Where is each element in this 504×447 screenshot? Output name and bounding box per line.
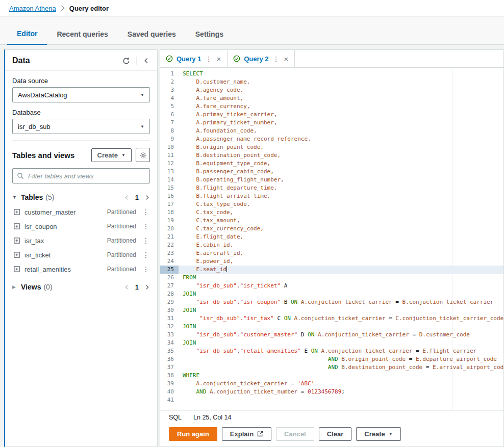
code-line[interactable]: A.foundation_code, (179, 127, 503, 135)
code-line[interactable]: A.passenger_name_record_reference, (179, 135, 503, 143)
tab-recent-queries[interactable]: Recent queries (47, 25, 117, 44)
code-line[interactable]: JOIN (179, 306, 503, 314)
pagination-prev-icon[interactable] (124, 195, 130, 200)
table-name[interactable]: isr_coupon (24, 223, 103, 230)
breadcrumb-root-link[interactable]: Amazon Athena (9, 5, 56, 12)
clear-button[interactable]: Clear (319, 427, 352, 441)
table-name[interactable]: customer_master (24, 208, 103, 216)
filter-tables-input[interactable] (12, 168, 150, 183)
run-again-button[interactable]: Run again (169, 427, 217, 441)
code-line[interactable]: D.customer_name, (179, 78, 503, 86)
chevron-down-icon: ▼ (12, 195, 21, 200)
code-line[interactable]: A.primay_ticket_carrier, (179, 111, 503, 119)
code-line[interactable]: A.agency_code, (179, 86, 503, 94)
pagination-prev-icon[interactable] (124, 284, 130, 290)
code-content[interactable]: SELECT D.customer_name, A.agency_code, A… (179, 70, 503, 404)
code-line[interactable]: B.flight_departure_time, (179, 184, 503, 192)
code-line[interactable]: E.flight_date, (179, 233, 503, 241)
code-line[interactable]: A.conjuction_ticket_carrier = 'ABC' (179, 380, 503, 388)
code-line[interactable]: E.seat_id (179, 266, 503, 274)
expand-table-icon[interactable] (14, 266, 20, 272)
code-line[interactable]: B.operating_flight_number, (179, 176, 503, 184)
pagination-current-page[interactable]: 1 (135, 283, 139, 291)
code-line[interactable]: JOIN (179, 323, 503, 331)
views-section-header[interactable]: ▶ Views (0) 1 (5, 278, 157, 295)
line-number: 11 (160, 151, 179, 160)
table-actions-menu-icon[interactable]: ⋮ (141, 265, 151, 273)
close-tab-icon[interactable]: × (216, 55, 221, 63)
line-number: 17 (160, 200, 179, 208)
table-actions-menu-icon[interactable]: ⋮ (141, 208, 151, 216)
code-line[interactable]: A.primary_ticket_number, (179, 119, 503, 127)
code-line[interactable]: C.tax_currency_code, (179, 225, 503, 233)
pagination-next-icon[interactable] (144, 284, 150, 290)
code-line[interactable]: B.equipment_type_code, (179, 160, 503, 168)
table-actions-menu-icon[interactable]: ⋮ (141, 251, 151, 259)
database-select[interactable]: isr_db_sub ▼ (12, 119, 150, 134)
expand-table-icon[interactable] (14, 209, 20, 215)
code-line[interactable]: "isr_db_sub"."isr_ticket" A (179, 282, 503, 290)
code-line[interactable]: AND B.destination_point_code = E.arrival… (179, 363, 503, 372)
code-line[interactable]: B.passenger_cabin_code, (179, 168, 503, 176)
table-actions-menu-icon[interactable]: ⋮ (141, 236, 151, 245)
code-line[interactable]: SELECT (179, 70, 503, 78)
code-line[interactable]: WHERE (179, 372, 503, 380)
code-line[interactable]: "isr_db_sub"."retail_amenities" E ON A.c… (179, 347, 503, 355)
tab-settings[interactable]: Settings (186, 25, 233, 44)
tables-section-header[interactable]: ▼ Tables (5) 1 (5, 189, 157, 205)
code-line[interactable]: JOIN (179, 290, 503, 298)
code-line[interactable]: "isr_db_sub"."isr_tax" C ON A.conjuction… (179, 314, 503, 323)
settings-gear-icon[interactable] (136, 148, 150, 162)
table-name[interactable]: isr_ticket (24, 251, 103, 259)
tab-editor[interactable]: Editor (7, 24, 47, 45)
code-line[interactable]: B.flight_arrival_time, (179, 192, 503, 200)
code-line[interactable]: "isr_db_sub"."isr_coupon" B ON A.conjuct… (179, 298, 503, 306)
pagination-current-page[interactable]: 1 (135, 194, 139, 201)
query-tab[interactable]: Query 1⋮× (160, 50, 228, 67)
code-line[interactable]: AND A.conjuction_ticket_number = 0123456… (179, 388, 503, 396)
query-tabs: Query 1⋮×Query 2⋮× (160, 50, 503, 68)
query-tab-menu-icon[interactable]: ⋮ (272, 55, 280, 63)
table-name[interactable]: isr_tax (24, 237, 103, 245)
code-line[interactable] (179, 396, 503, 404)
table-name[interactable]: retail_amenities (24, 266, 103, 273)
pagination-next-icon[interactable] (144, 195, 150, 200)
create-button-label: Create (97, 151, 118, 159)
expand-table-icon[interactable] (14, 238, 20, 244)
tab-saved-queries[interactable]: Saved queries (118, 25, 186, 44)
expand-table-icon[interactable] (14, 252, 20, 258)
code-line[interactable]: B.destination_point_code, (179, 151, 503, 160)
data-source-select[interactable]: AwsDataCatalog ▼ (12, 87, 150, 102)
data-source-value: AwsDataCatalog (18, 91, 67, 99)
code-line[interactable]: E.cabin_id, (179, 241, 503, 249)
code-line[interactable]: A.fare_amount, (179, 94, 503, 102)
code-line[interactable]: C.tax_amount, (179, 217, 503, 225)
line-number: 4 (160, 94, 179, 102)
explain-button[interactable]: Explain (222, 427, 271, 441)
code-line[interactable]: JOIN (179, 339, 503, 347)
data-panel-title: Data (12, 56, 30, 65)
refresh-icon[interactable] (122, 57, 130, 65)
code-line[interactable]: B.origin_point_code, (179, 143, 503, 151)
breadcrumb-chevron-icon (61, 5, 65, 11)
create-button[interactable]: Create ▼ (91, 148, 132, 162)
code-line[interactable]: A.fare_currency, (179, 102, 503, 111)
code-line[interactable]: AND B.origin_point_code = E.departure_ai… (179, 355, 503, 363)
code-line[interactable]: E.aircraft_id, (179, 249, 503, 257)
code-line[interactable]: "isr_db_sub"."customer_master" D ON A.co… (179, 331, 503, 339)
collapse-panel-icon[interactable] (143, 57, 150, 64)
code-line[interactable]: FROM (179, 274, 503, 282)
expand-table-icon[interactable] (14, 223, 20, 229)
table-actions-menu-icon[interactable]: ⋮ (141, 222, 151, 230)
code-line[interactable]: C.tax_type_code, (179, 200, 503, 208)
code-line[interactable]: E.power_id, (179, 257, 503, 266)
editor-status-bar: SQL Ln 25, Col 14 (160, 410, 503, 424)
code-line[interactable]: C.tax_code, (179, 208, 503, 217)
create-query-button[interactable]: Create ▼ (356, 427, 400, 441)
sql-editor[interactable]: 1234567891011121314151617181920212223242… (160, 68, 503, 410)
breadcrumb: Amazon Athena Query editor (0, 0, 504, 17)
close-tab-icon[interactable]: × (284, 55, 289, 63)
divider (12, 140, 150, 141)
query-tab[interactable]: Query 2⋮× (228, 50, 295, 67)
query-tab-menu-icon[interactable]: ⋮ (205, 55, 212, 63)
